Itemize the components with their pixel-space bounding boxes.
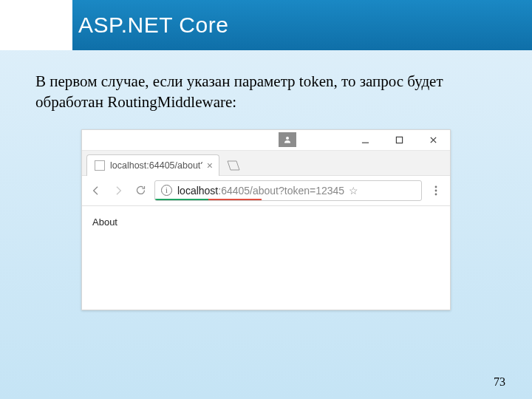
logo-placeholder bbox=[0, 0, 72, 50]
tab-strip: localhost:64405/about?to × bbox=[82, 151, 450, 175]
user-account-icon[interactable] bbox=[279, 132, 296, 147]
close-tab-icon[interactable]: × bbox=[207, 160, 213, 171]
slide-header: ASP.NET Core bbox=[0, 0, 532, 50]
back-button[interactable] bbox=[88, 183, 104, 199]
slide-number: 73 bbox=[494, 375, 505, 389]
menu-button[interactable] bbox=[428, 183, 444, 199]
browser-window: localhost:64405/about?to × i localhost:6… bbox=[81, 129, 451, 310]
loading-accent bbox=[155, 199, 421, 200]
svg-point-0 bbox=[286, 137, 289, 140]
url-path: :64405/about?token=12345 bbox=[218, 185, 344, 197]
slide-title: ASP.NET Core bbox=[72, 0, 532, 50]
forward-button[interactable] bbox=[110, 183, 126, 199]
browser-tab[interactable]: localhost:64405/about?to × bbox=[86, 154, 219, 176]
page-body-text: About bbox=[92, 216, 117, 228]
url-host: localhost bbox=[177, 185, 218, 197]
reload-button[interactable] bbox=[132, 183, 149, 199]
address-bar[interactable]: i localhost:64405/about?token=12345 ☆ bbox=[154, 180, 422, 201]
svg-point-7 bbox=[435, 193, 437, 195]
minimize-button[interactable] bbox=[348, 129, 382, 150]
svg-point-5 bbox=[435, 185, 437, 188]
bookmark-star-icon[interactable]: ☆ bbox=[349, 185, 358, 197]
maximize-button[interactable] bbox=[382, 129, 416, 150]
tab-title: localhost:64405/about?to bbox=[110, 160, 202, 171]
browser-toolbar: i localhost:64405/about?token=12345 ☆ bbox=[82, 175, 450, 206]
window-titlebar bbox=[82, 130, 450, 151]
page-content: About bbox=[82, 206, 450, 310]
site-info-icon[interactable]: i bbox=[161, 185, 172, 196]
close-button[interactable] bbox=[416, 129, 450, 150]
svg-point-6 bbox=[435, 189, 437, 191]
slide-description: В первом случае, если указан параметр to… bbox=[0, 50, 532, 129]
favicon-icon bbox=[95, 160, 105, 171]
svg-rect-2 bbox=[396, 137, 402, 143]
new-tab-button[interactable] bbox=[224, 156, 243, 175]
